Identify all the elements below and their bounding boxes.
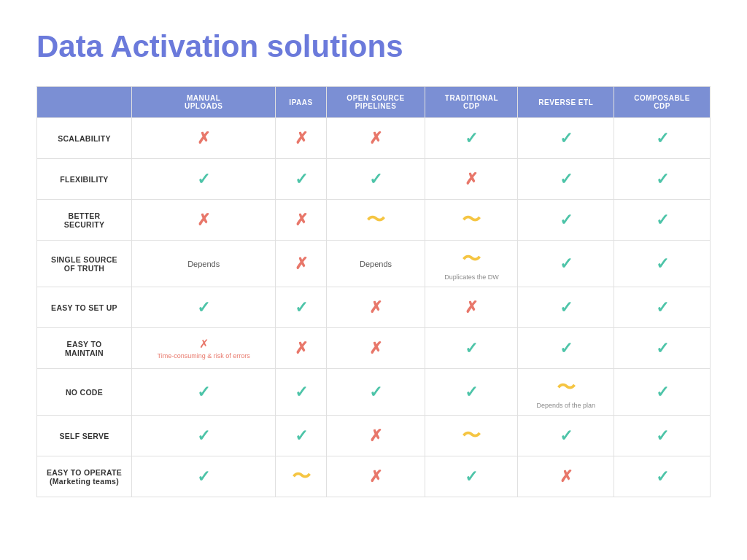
feature-label: SELF SERVE [37, 416, 132, 456]
table-row: EASY TO SET UP✓✓✗✗✓✓ [37, 287, 711, 328]
cell-reversetl: ✗ [518, 456, 614, 497]
cell-manual: Depends [132, 241, 276, 287]
cell-opensource: ✓ [326, 369, 425, 416]
cell-composable: ✓ [614, 241, 711, 287]
cell-composable: ✓ [614, 118, 711, 159]
cell-traditional: 〜 [425, 416, 518, 456]
page-title: Data Activation solutions [36, 29, 711, 64]
cell-reversetl: ✓ [518, 328, 614, 369]
cell-ipaas: ✓ [276, 287, 326, 328]
feature-label: EASY TOMAINTAIN [37, 328, 132, 369]
feature-label: NO CODE [37, 369, 132, 416]
cell-opensource: ✗ [326, 328, 425, 369]
cell-traditional: ✗ [425, 159, 518, 200]
cell-opensource: 〜 [326, 200, 425, 241]
cell-manual: ✗ [132, 200, 276, 241]
cell-composable: ✓ [614, 416, 711, 456]
cell-opensource: Depends [326, 241, 425, 287]
cell-reversetl: ✓ [518, 287, 614, 328]
cell-ipaas: ✓ [276, 416, 326, 456]
cell-composable: ✓ [614, 369, 711, 416]
feature-label: EASY TO SET UP [37, 287, 132, 328]
cell-composable: ✓ [614, 328, 711, 369]
cell-ipaas: ✓ [276, 159, 326, 200]
cell-traditional: 〜 [425, 200, 518, 241]
feature-label: SCALABILITY [37, 118, 132, 159]
feature-label: FLEXIBILITY [37, 159, 132, 200]
cell-manual: ✗ [132, 118, 276, 159]
cell-reversetl: ✓ [518, 118, 614, 159]
cell-manual: ✗Time-consuming & risk of errors [132, 328, 276, 369]
cell-composable: ✓ [614, 159, 711, 200]
table-row: SINGLE SOURCEOF TRUTHDepends✗Depends〜Dup… [37, 241, 711, 287]
col-header-reversetl: REVERSE ETL [518, 87, 614, 118]
col-header-feature [37, 87, 132, 118]
cell-traditional: ✓ [425, 369, 518, 416]
col-header-ipaas: IPAAS [276, 87, 326, 118]
cell-manual: ✓ [132, 416, 276, 456]
table-row: SCALABILITY✗✗✗✓✓✓ [37, 118, 711, 159]
cell-ipaas: 〜 [276, 456, 326, 497]
table-row: FLEXIBILITY✓✓✓✗✓✓ [37, 159, 711, 200]
cell-reversetl: 〜Depends of the plan [518, 369, 614, 416]
cell-ipaas: ✗ [276, 328, 326, 369]
feature-label: SINGLE SOURCEOF TRUTH [37, 241, 132, 287]
feature-label: EASY TO OPERATE(Marketing teams) [37, 456, 132, 497]
table-row: BETTERSECURITY✗✗〜〜✓✓ [37, 200, 711, 241]
cell-ipaas: ✗ [276, 200, 326, 241]
cell-ipaas: ✗ [276, 241, 326, 287]
cell-opensource: ✗ [326, 118, 425, 159]
cell-opensource: ✓ [326, 159, 425, 200]
table-row: EASY TO OPERATE(Marketing teams)✓〜✗✓✗✓ [37, 456, 711, 497]
cell-traditional: ✗ [425, 287, 518, 328]
cell-ipaas: ✓ [276, 369, 326, 416]
cell-reversetl: ✓ [518, 416, 614, 456]
cell-traditional: ✓ [425, 456, 518, 497]
cell-manual: ✓ [132, 287, 276, 328]
table-row: NO CODE✓✓✓✓〜Depends of the plan✓ [37, 369, 711, 416]
col-header-traditional: TRADITIONALCDP [425, 87, 518, 118]
cell-reversetl: ✓ [518, 241, 614, 287]
cell-composable: ✓ [614, 456, 711, 497]
table-row: SELF SERVE✓✓✗〜✓✓ [37, 416, 711, 456]
cell-manual: ✓ [132, 159, 276, 200]
cell-opensource: ✗ [326, 456, 425, 497]
cell-composable: ✓ [614, 200, 711, 241]
cell-traditional: ✓ [425, 328, 518, 369]
table-row: EASY TOMAINTAIN✗Time-consuming & risk of… [37, 328, 711, 369]
cell-traditional: 〜Duplicates the DW [425, 241, 518, 287]
cell-manual: ✓ [132, 456, 276, 497]
cell-reversetl: ✓ [518, 159, 614, 200]
cell-ipaas: ✗ [276, 118, 326, 159]
comparison-table: MANUALUPLOADS IPAAS OPEN SOURCEPIPELINES… [36, 86, 711, 497]
cell-opensource: ✗ [326, 287, 425, 328]
cell-composable: ✓ [614, 287, 711, 328]
cell-opensource: ✗ [326, 416, 425, 456]
col-header-manual: MANUALUPLOADS [132, 87, 276, 118]
col-header-composable: COMPOSABLECDP [614, 87, 711, 118]
col-header-opensource: OPEN SOURCEPIPELINES [326, 87, 425, 118]
cell-traditional: ✓ [425, 118, 518, 159]
cell-reversetl: ✓ [518, 200, 614, 241]
feature-label: BETTERSECURITY [37, 200, 132, 241]
cell-manual: ✓ [132, 369, 276, 416]
